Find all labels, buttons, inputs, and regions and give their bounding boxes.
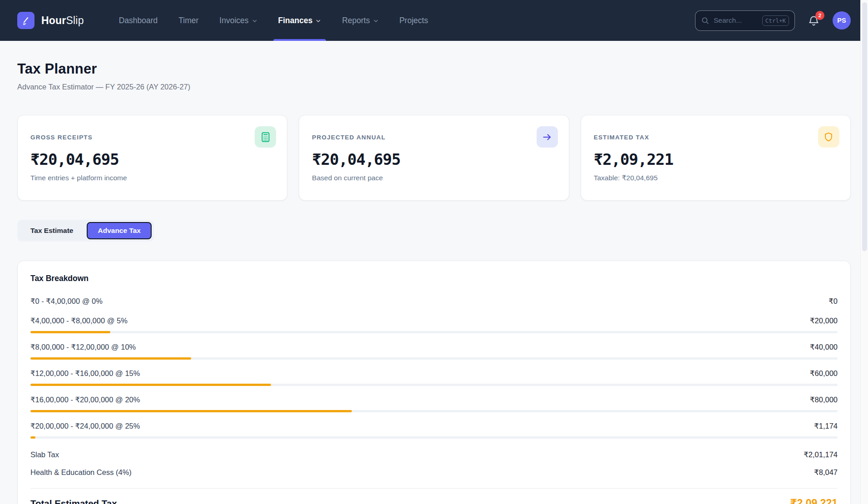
stat-cards: GROSS RECEIPTS ₹20,04,695 Time entries +… [17, 115, 851, 201]
card-subtitle: Time entries + platform income [30, 174, 274, 182]
slab-row: ₹0 - ₹4,00,000 @ 0% ₹0 [30, 292, 838, 310]
slab-value: ₹80,000 [810, 395, 838, 404]
slab-progress-fill [30, 384, 271, 386]
arrow-right-icon [537, 126, 558, 148]
user-avatar[interactable]: PS [833, 11, 851, 30]
nav-item-finances[interactable]: Finances [268, 0, 332, 41]
notifications-button[interactable]: 2 [808, 15, 820, 27]
slab-progress-track [30, 384, 838, 386]
page-title: Tax Planner [17, 61, 851, 77]
scrollbar-thumb[interactable] [862, 2, 867, 251]
card-subtitle: Taxable: ₹20,04,695 [594, 174, 838, 182]
slab-value: ₹1,174 [814, 422, 838, 430]
total-value: ₹2,09,221 [790, 497, 838, 504]
main-content: Tax Planner Advance Tax Estimator — FY 2… [0, 61, 868, 504]
page-subtitle: Advance Tax Estimator — FY 2025-26 (AY 2… [17, 83, 851, 91]
total-label: Total Estimated Tax [30, 498, 117, 504]
slab-value: ₹20,000 [810, 316, 838, 325]
slab-row: ₹4,00,000 - ₹8,00,000 @ 5% ₹20,000 [30, 312, 838, 333]
stat-card-estimated-tax: ESTIMATED TAX ₹2,09,221 Taxable: ₹20,04,… [581, 115, 851, 201]
slab-progress-fill [30, 436, 35, 439]
slab-value: ₹40,000 [810, 343, 838, 351]
calculator-icon [255, 126, 276, 148]
nav-label: Invoices [219, 16, 248, 25]
slab-label: ₹8,00,000 - ₹12,00,000 @ 10% [30, 343, 136, 351]
slab-value: ₹0 [829, 297, 838, 306]
tax-summary: Slab Tax ₹2,01,174 Health & Education Ce… [30, 446, 838, 504]
navbar-right: Ctrl+K 2 PS [695, 10, 851, 31]
slab-label: ₹4,00,000 - ₹8,00,000 @ 5% [30, 316, 128, 325]
nav-item-invoices[interactable]: Invoices [209, 0, 267, 41]
nav-label: Timer [178, 16, 198, 25]
summary-value: ₹8,047 [814, 468, 838, 477]
chevron-down-icon [316, 18, 321, 24]
slab-label: ₹20,00,000 - ₹24,00,000 @ 25% [30, 422, 140, 430]
slab-row: ₹20,00,000 - ₹24,00,000 @ 25% ₹1,174 [30, 417, 838, 439]
search-input[interactable] [714, 16, 758, 25]
keyboard-shortcut-badge: Ctrl+K [762, 15, 789, 26]
slab-progress-fill [30, 410, 352, 412]
card-label: PROJECTED ANNUAL [312, 134, 556, 141]
card-value: ₹20,04,695 [312, 150, 556, 168]
nav-label: Finances [278, 16, 313, 25]
tab-tax-estimate[interactable]: Tax Estimate [20, 222, 84, 239]
slab-row: ₹16,00,000 - ₹20,00,000 @ 20% ₹80,000 [30, 391, 838, 412]
search-box[interactable]: Ctrl+K [695, 10, 795, 31]
nav-item-timer[interactable]: Timer [168, 0, 209, 41]
slab-progress-track [30, 331, 838, 333]
nav-item-reports[interactable]: Reports [331, 0, 389, 41]
total-estimated-tax-row: Total Estimated Tax ₹2,09,221 [30, 497, 838, 504]
nav-label: Projects [399, 16, 428, 25]
vertical-scrollbar[interactable] [860, 0, 868, 504]
tab-group: Tax Estimate Advance Tax [17, 220, 154, 242]
shield-icon [818, 126, 839, 148]
card-label: ESTIMATED TAX [594, 134, 838, 141]
slab-progress-fill [30, 331, 110, 333]
brand-name: HourSlip [41, 15, 84, 27]
slab-row: ₹12,00,000 - ₹16,00,000 @ 15% ₹60,000 [30, 365, 838, 386]
card-value: ₹2,09,221 [594, 150, 838, 168]
divider [30, 488, 838, 489]
chevron-down-icon [252, 18, 257, 24]
tax-breakdown-panel: Tax Breakdown ₹0 - ₹4,00,000 @ 0% ₹0 ₹4,… [17, 261, 851, 504]
summary-value: ₹2,01,174 [804, 450, 838, 459]
search-icon [701, 16, 710, 25]
nav-label: Reports [342, 16, 370, 25]
slab-row: ₹8,00,000 - ₹12,00,000 @ 10% ₹40,000 [30, 338, 838, 360]
slab-label: ₹0 - ₹4,00,000 @ 0% [30, 297, 103, 306]
slab-progress-track [30, 410, 838, 412]
card-value: ₹20,04,695 [30, 150, 274, 168]
active-nav-underline [273, 39, 326, 41]
slab-value: ₹60,000 [810, 369, 838, 378]
stat-card-gross-receipts: GROSS RECEIPTS ₹20,04,695 Time entries +… [17, 115, 287, 201]
slab-progress-track [30, 436, 838, 439]
slab-progress-track [30, 357, 838, 360]
panel-title: Tax Breakdown [30, 274, 838, 283]
slab-progress-fill [30, 357, 191, 360]
tab-advance-tax[interactable]: Advance Tax [87, 222, 151, 239]
main-nav: Dashboard Timer Invoices Finances Report… [108, 0, 439, 41]
card-subtitle: Based on current pace [312, 174, 556, 182]
top-navbar: HourSlip Dashboard Timer Invoices Financ… [0, 0, 868, 41]
slab-label: ₹12,00,000 - ₹16,00,000 @ 15% [30, 369, 140, 378]
nav-label: Dashboard [119, 16, 158, 25]
notification-count-badge: 2 [815, 11, 824, 20]
brand-logo[interactable]: HourSlip [17, 12, 84, 29]
stat-card-projected-annual: PROJECTED ANNUAL ₹20,04,695 Based on cur… [299, 115, 569, 201]
nav-item-dashboard[interactable]: Dashboard [108, 0, 168, 41]
slab-label: ₹16,00,000 - ₹20,00,000 @ 20% [30, 395, 140, 404]
summary-label: Health & Education Cess (4%) [30, 468, 132, 477]
chevron-down-icon [373, 18, 379, 24]
pen-document-icon [17, 12, 35, 29]
card-label: GROSS RECEIPTS [30, 134, 274, 141]
summary-row-cess: Health & Education Cess (4%) ₹8,047 [30, 464, 838, 481]
summary-row-slab-tax: Slab Tax ₹2,01,174 [30, 446, 838, 464]
summary-label: Slab Tax [30, 450, 59, 459]
nav-item-projects[interactable]: Projects [389, 0, 439, 41]
